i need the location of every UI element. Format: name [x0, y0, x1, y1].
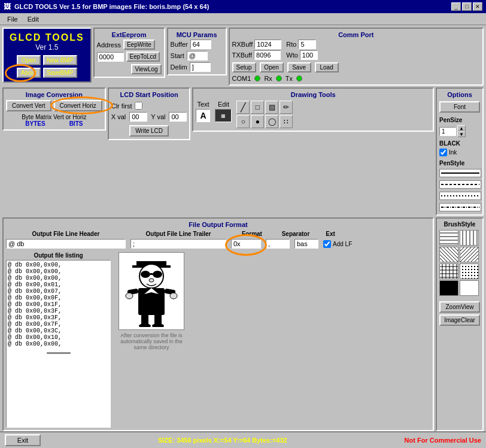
window-title: GLCD TOOLS Ver 1.5 for BMP images File: … — [14, 3, 209, 10]
add-lf-label: Add LF — [333, 241, 352, 247]
ext-label: Ext — [318, 231, 342, 237]
convert-vert-button[interactable]: Convert Vert — [6, 100, 51, 111]
trailer-input[interactable] — [130, 239, 226, 249]
setup-button[interactable]: Setup — [232, 62, 256, 72]
options-panel: Options Font PenSize ▲ ▼ BLACK Ink PenSt… — [436, 87, 484, 216]
output-area: Output file listing @ db 0x00,0x00, @ db… — [6, 252, 430, 428]
tx-buff-input[interactable] — [254, 50, 281, 60]
image-clear-button[interactable]: ImageClear — [439, 314, 480, 326]
about-button[interactable]: About — [17, 68, 41, 78]
ink-checkbox[interactable] — [439, 149, 447, 156]
scrollbar-indicator — [47, 352, 71, 354]
output-listing: @ db 0x00,0x00, @ db 0x00,0x00, @ db 0x0… — [6, 260, 111, 428]
bits-label: BITS — [69, 120, 83, 127]
open-button[interactable]: Open — [17, 55, 41, 65]
pensize-down-button[interactable]: ▼ — [457, 131, 466, 137]
text-tool-input[interactable]: A — [196, 109, 210, 122]
brush-diag1[interactable] — [439, 247, 458, 262]
maximize-button[interactable]: □ — [462, 2, 472, 11]
new-bmp-button[interactable]: New BMP — [43, 55, 77, 65]
header-label: Output File Line Header — [6, 231, 126, 237]
brush-solid[interactable] — [439, 280, 458, 296]
menu-file[interactable]: File — [2, 14, 23, 24]
rx-buff-input[interactable] — [254, 40, 281, 49]
add-lf-row: Add LF — [323, 240, 352, 248]
font-button[interactable]: Font — [439, 101, 480, 113]
close-button[interactable]: ✕ — [473, 2, 482, 11]
rect-tool-button[interactable]: □ — [251, 101, 264, 114]
spray-tool-button[interactable]: ∷ — [280, 115, 293, 128]
address-input[interactable] — [97, 52, 124, 62]
penstyle-solid[interactable] — [439, 169, 481, 177]
rto-input[interactable] — [298, 40, 316, 49]
title-bar-buttons: _ □ ✕ — [451, 2, 482, 11]
filled-circle-tool-button[interactable]: ● — [251, 115, 264, 128]
save-bmp-button[interactable]: SaveBMP — [43, 68, 77, 78]
add-lf-checkbox[interactable] — [323, 240, 331, 248]
write-lcd-button[interactable]: Write LCD — [129, 125, 169, 137]
ext-input[interactable] — [294, 239, 318, 249]
title-bar: 🖼 GLCD TOOLS Ver 1.5 for BMP images File… — [0, 0, 486, 13]
top-row: GLCD TOOLS Ver 1.5 Open New BMP About Sa… — [2, 28, 484, 86]
zoom-view-button[interactable]: ZoomView — [439, 301, 480, 313]
eep-to-lcd-button[interactable]: EepToLcd — [126, 52, 160, 62]
listing-line-11: @ db 0x00,0x10, — [8, 334, 109, 341]
edit-tool-display[interactable]: ▦ — [215, 109, 232, 122]
brush-dots[interactable] — [460, 264, 479, 279]
edit-tool-label: Edit — [218, 101, 229, 108]
logo-version: Ver 1.5 — [10, 43, 84, 52]
pensize-label: PenSize — [439, 117, 480, 123]
penstyle-dashdot[interactable] — [439, 203, 481, 211]
pencil-tool-button[interactable]: ✏ — [280, 101, 293, 114]
output-listing-label: Output file listing — [6, 252, 111, 259]
y-val-input[interactable] — [169, 112, 187, 122]
eep-write-button[interactable]: EepWrite — [123, 40, 155, 50]
brush-horiz[interactable] — [439, 230, 458, 246]
x-val-label: X val — [111, 113, 126, 120]
header-input[interactable] — [6, 239, 126, 249]
listing-line-1: @ db 0x00,0x00, — [8, 268, 109, 275]
wto-input[interactable] — [300, 50, 318, 60]
open-port-button[interactable]: Open — [260, 62, 284, 72]
line-tool-button[interactable]: ╱ — [236, 101, 250, 114]
view-log-button[interactable]: ViewLog — [131, 64, 161, 74]
penstyle-dot[interactable] — [439, 192, 481, 200]
pensize-input[interactable] — [439, 127, 456, 136]
minimize-button[interactable]: _ — [451, 2, 461, 11]
save-button[interactable]: Save — [287, 62, 311, 72]
format-input[interactable] — [231, 239, 261, 249]
penstyle-dash[interactable] — [439, 180, 481, 189]
buffer-input[interactable] — [190, 40, 211, 49]
tx-buff-label: TXBuff — [232, 52, 252, 59]
brush-white[interactable] — [460, 280, 479, 296]
tx-led — [296, 75, 302, 81]
brush-cross[interactable] — [439, 264, 458, 279]
brush-vert[interactable] — [460, 230, 479, 246]
start-input[interactable] — [187, 51, 208, 60]
ext-eeprom-panel: ExtEeprom Address EepWrite EepToLcd View… — [93, 28, 165, 78]
circle-tool-button[interactable]: ○ — [236, 115, 250, 128]
load-button[interactable]: Load — [315, 62, 339, 72]
exit-button[interactable]: Exit — [5, 434, 41, 446]
menu-edit[interactable]: Edit — [23, 14, 44, 24]
svg-point-4 — [153, 271, 162, 278]
svg-point-6 — [149, 279, 154, 282]
drawing-tools-label: Drawing Tools — [196, 91, 430, 98]
brush-diag2[interactable] — [460, 247, 479, 262]
listing-line-6: @ db 0x00,0x1F, — [8, 301, 109, 308]
address-label: Address — [97, 41, 121, 49]
rx-label: Rx — [264, 75, 272, 82]
pensize-up-button[interactable]: ▲ — [457, 125, 466, 131]
rx-led — [276, 75, 282, 81]
separator-input[interactable] — [266, 239, 290, 249]
clr-first-checkbox[interactable] — [135, 102, 142, 110]
x-val-input[interactable] — [129, 112, 147, 122]
spy-svg — [122, 255, 181, 327]
fill-tool-button[interactable]: ▨ — [265, 101, 278, 114]
lcd-start-label: LCD Start Position — [111, 91, 187, 98]
convert-horiz-button[interactable]: Convert Horiz — [54, 100, 102, 111]
main-content: GLCD TOOLS Ver 1.5 Open New BMP About Sa… — [0, 25, 486, 434]
ellipse-tool-button[interactable]: ◯ — [265, 115, 278, 128]
delim-input[interactable] — [190, 62, 211, 72]
svg-point-13 — [170, 293, 177, 299]
